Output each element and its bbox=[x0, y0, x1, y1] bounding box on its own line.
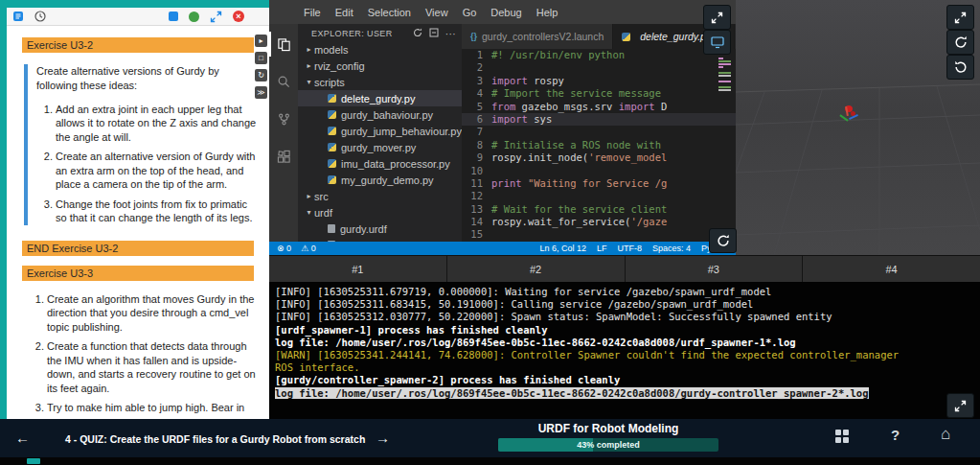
line-number: 7 bbox=[462, 126, 491, 138]
tree-item-models[interactable]: ▸models bbox=[298, 41, 462, 58]
code-line[interactable]: 14rospy.wait_for_service('/gaze bbox=[462, 216, 736, 228]
stop-cell-button[interactable]: □ bbox=[255, 52, 267, 64]
code-line[interactable]: 15 bbox=[462, 228, 736, 241]
refresh-notebook-button[interactable]: ↻ bbox=[255, 69, 267, 81]
tree-item-label: src bbox=[314, 191, 329, 202]
collapse-all-icon[interactable] bbox=[429, 28, 439, 39]
tree-item-urdf[interactable]: ▾urdf bbox=[298, 204, 462, 221]
line-number: 14 bbox=[462, 216, 491, 228]
history-icon[interactable] bbox=[34, 11, 46, 22]
code-line[interactable]: 12 bbox=[462, 190, 736, 202]
editor-tabs: {}gurdy_controllersV2.launchdelete_gurdy… bbox=[462, 24, 736, 49]
terminal-expand-button[interactable] bbox=[946, 393, 974, 418]
run-icon[interactable] bbox=[189, 12, 199, 22]
explorer-icon[interactable] bbox=[269, 32, 298, 57]
home-icon[interactable]: ⌂ bbox=[941, 425, 950, 444]
jump-to-button[interactable]: ▸ bbox=[255, 35, 267, 47]
search-icon[interactable] bbox=[269, 69, 298, 94]
code-line[interactable]: 3import rospy bbox=[462, 75, 736, 87]
tree-item-delete_gurdy.py[interactable]: delete_gurdy.py bbox=[298, 90, 462, 106]
next-lesson-button[interactable]: → bbox=[376, 430, 390, 446]
warnings-indicator[interactable]: ⚠ 0 bbox=[301, 244, 316, 253]
code-text: # Import the service message bbox=[491, 87, 661, 100]
terminal-tab-2[interactable]: #2 bbox=[447, 256, 626, 282]
line-number: 6 bbox=[462, 113, 491, 126]
code-line[interactable]: 4# Import the service message bbox=[462, 87, 736, 100]
more-actions-icon[interactable]: ··· bbox=[445, 29, 456, 39]
tree-item-gurdy.urdf[interactable]: gurdy.urdf bbox=[298, 221, 462, 237]
extensions-icon[interactable] bbox=[269, 144, 298, 169]
gazebo-reset-view-button[interactable] bbox=[946, 55, 974, 80]
editor-tab-gurdy_controllersV2.launch[interactable]: {}gurdy_controllersV2.launch bbox=[462, 24, 613, 49]
code-line[interactable]: 1#! /usr/bin/env python bbox=[462, 49, 736, 61]
help-icon[interactable]: ? bbox=[891, 427, 900, 443]
prev-lesson-button[interactable]: ← bbox=[15, 430, 30, 446]
terminal-line: [INFO] [1630525312.030777, 50.220000]: S… bbox=[275, 311, 980, 323]
gazebo-expand-button[interactable] bbox=[946, 5, 974, 30]
menu-item-view[interactable]: View bbox=[425, 7, 448, 18]
terminal-output[interactable]: [INFO] [1630525311.679719, 0.000000]: Wa… bbox=[269, 282, 980, 419]
expand-icon[interactable] bbox=[210, 11, 222, 23]
stop-icon[interactable] bbox=[169, 12, 178, 21]
terminal-tab-1[interactable]: #1 bbox=[269, 256, 447, 282]
tree-item-scripts[interactable]: ▾scripts bbox=[298, 74, 462, 90]
code-line[interactable]: 8# Initialise a ROS node with bbox=[462, 139, 736, 151]
eol-indicator[interactable]: LF bbox=[597, 244, 607, 253]
chevron-right-icon: ▸ bbox=[304, 45, 314, 54]
gazebo-refresh-button[interactable] bbox=[946, 30, 974, 55]
tree-item-src[interactable]: ▸src bbox=[298, 188, 462, 204]
tree-item-gurdy_jump_behaviour.py[interactable]: gurdy_jump_behaviour.py bbox=[298, 123, 462, 139]
ide-panel: FileEditSelectionViewGoDebugHelp EXPLORE… bbox=[269, 0, 736, 255]
code-line[interactable]: 2 bbox=[462, 61, 736, 74]
cursor-position[interactable]: Ln 6, Col 12 bbox=[539, 244, 586, 253]
menu-item-selection[interactable]: Selection bbox=[368, 7, 411, 18]
tree-item-gurdy_mover.py[interactable]: gurdy_mover.py bbox=[298, 139, 462, 155]
code-line[interactable]: 5from gazebo_msgs.srv import D bbox=[462, 101, 736, 113]
tree-item-label: gurdy_bahaviour.py bbox=[341, 109, 433, 121]
menu-item-edit[interactable]: Edit bbox=[335, 7, 353, 18]
python-file-icon bbox=[328, 127, 336, 135]
menu-item-go[interactable]: Go bbox=[463, 7, 477, 18]
course-footer: ← 4 - QUIZ: Create the URDF files for a … bbox=[0, 419, 980, 457]
encoding-indicator[interactable]: UTF-8 bbox=[617, 244, 642, 253]
tree-item-my_gurdy_demo.py[interactable]: my_gurdy_demo.py bbox=[298, 172, 462, 188]
code-text: from gazebo_msgs.srv import D bbox=[491, 101, 667, 113]
code-line[interactable]: 10 bbox=[462, 165, 736, 177]
menu-item-help[interactable]: Help bbox=[536, 7, 558, 18]
code-line[interactable]: 7 bbox=[462, 126, 736, 138]
tree-item-label: models bbox=[314, 44, 348, 56]
close-icon[interactable]: × bbox=[233, 11, 244, 22]
explorer-header-icons: ··· bbox=[413, 28, 456, 39]
code-line[interactable]: 13# Wait for the service client bbox=[462, 203, 736, 216]
code-line[interactable]: 11print "Waiting for Service /g bbox=[462, 177, 736, 190]
fast-forward-button[interactable]: ≫ bbox=[255, 86, 267, 99]
gurdy-robot[interactable] bbox=[837, 102, 870, 134]
menu-item-file[interactable]: File bbox=[304, 7, 321, 18]
tree-item-label: rviz_config bbox=[314, 60, 365, 72]
indent-indicator[interactable]: Spaces: 4 bbox=[652, 244, 691, 253]
minimap[interactable] bbox=[718, 52, 734, 94]
errors-indicator[interactable]: ⊗ 0 bbox=[277, 244, 291, 253]
notebook-icon[interactable] bbox=[12, 11, 24, 22]
exercise-u33-header: Exercise U3-3 bbox=[22, 266, 254, 281]
editor-refresh-button[interactable] bbox=[709, 228, 737, 253]
terminal-tab-4[interactable]: #4 bbox=[803, 256, 980, 282]
apps-grid-icon[interactable] bbox=[835, 430, 849, 443]
menu-item-debug[interactable]: Debug bbox=[490, 7, 521, 18]
exercise-u32-end-header: END Exercise U3-2 bbox=[22, 241, 254, 256]
tree-item-gurdy_bahaviour.py[interactable]: gurdy_bahaviour.py bbox=[298, 106, 462, 123]
gazebo-view[interactable] bbox=[736, 0, 980, 255]
tree-item-imu_data_processor.py[interactable]: imu_data_processor.py bbox=[298, 155, 462, 172]
tree-item-label: gurdy_jump_behaviour.py bbox=[341, 126, 462, 137]
code-line[interactable]: 9rospy.init_node('remove_model bbox=[462, 151, 736, 164]
terminal-tab-3[interactable]: #3 bbox=[626, 256, 804, 282]
tree-item-rviz_config[interactable]: ▸rviz_config bbox=[298, 58, 462, 74]
source-control-icon[interactable] bbox=[269, 106, 298, 131]
code-editor[interactable]: 1#! /usr/bin/env python23import rospy4# … bbox=[462, 49, 736, 242]
refresh-icon[interactable] bbox=[413, 28, 422, 39]
ide-expand-button[interactable] bbox=[703, 5, 731, 30]
taskbar-app-icon[interactable] bbox=[27, 458, 40, 464]
ide-display-button[interactable] bbox=[703, 30, 731, 55]
code-line[interactable]: 6import sys bbox=[462, 113, 736, 126]
tree-item-label: scripts bbox=[314, 77, 345, 88]
